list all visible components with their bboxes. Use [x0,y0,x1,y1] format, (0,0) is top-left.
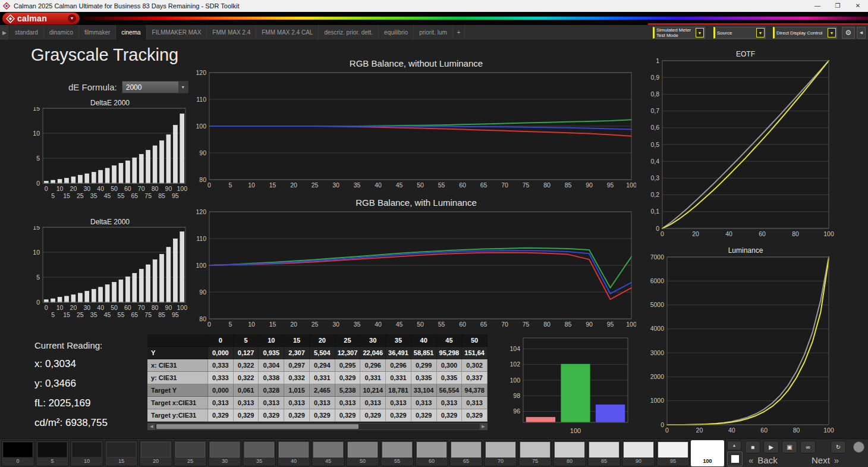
tab-filmmaker-max[interactable]: FILMMAKER MAX [147,25,207,40]
patch-button-30[interactable]: 30 [208,440,241,466]
logo-menu-chevron-icon[interactable]: ▼ [68,14,76,23]
cell: 36,491 [386,347,411,359]
patch-button-25[interactable]: 25 [174,440,207,466]
patch-button-55[interactable]: 55 [380,440,414,466]
patch-button-70[interactable]: 70 [484,440,517,466]
display-dropdown-chevron-icon[interactable]: ▼ [828,28,836,37]
patch-button-75[interactable]: 75 [518,440,552,466]
back-button[interactable]: « Back [749,453,778,466]
minimize-button[interactable]: — [807,0,828,12]
scrollbar-thumb[interactable] [156,424,358,429]
svg-text:55: 55 [118,311,125,318]
source-dropdown-chevron-icon[interactable]: ▼ [756,28,765,37]
scroll-right-arrow-icon[interactable]: ▶ [480,424,487,430]
stop-icon[interactable]: ■ [745,441,760,453]
cell: 0,329 [259,409,284,422]
calman-logo[interactable]: calman ▼ [2,12,80,24]
next-button[interactable]: Next » [812,453,839,466]
back-label: Back [757,455,777,465]
deltae-chart-2: 0510150510152025303540455055606570758085… [31,226,189,321]
svg-text:4000: 4000 [650,325,665,332]
cell: 0,313 [310,397,335,409]
patch-button-35[interactable]: 35 [243,440,276,466]
frame-icon[interactable]: ▣ [782,441,797,453]
svg-text:35: 35 [90,311,98,318]
add-tab-button[interactable]: + [453,25,465,40]
source-dropdown[interactable]: Source ▼ [713,27,766,39]
svg-text:85: 85 [158,311,165,318]
play-icon[interactable]: ▶ [763,441,779,453]
tab-descriz-prior-dett[interactable]: descriz. prior. dett. [319,25,379,40]
cell: 0,935 [259,347,284,359]
tab-cinema[interactable]: cinema [116,25,146,40]
scroll-left-arrow-icon[interactable]: ◀ [148,424,155,430]
svg-text:40: 40 [728,427,735,434]
tab-equilibrio[interactable]: equilibrio [379,25,414,40]
tab-fmm-max-2-4[interactable]: FMM MAX 2.4 [207,25,256,40]
expand-button[interactable]: ▲ [727,441,741,450]
tab-dinamico[interactable]: dinamico [44,25,79,40]
patch-swatch [106,442,136,457]
svg-text:15: 15 [63,311,70,318]
refresh-icon[interactable]: ↻ [831,441,846,453]
svg-text:100: 100 [570,427,581,434]
cell: 0,322 [234,359,259,372]
patch-button-65[interactable]: 65 [449,440,483,466]
pattern-controls: ▲ ■ ▶ ▣ ∞ ↻ « Back Next » [725,439,868,467]
status-circle-button[interactable] [853,441,864,453]
tab-filmmaker[interactable]: filmmaker [79,25,116,40]
patch-button-85[interactable]: 85 [587,440,621,466]
svg-text:80: 80 [199,315,206,322]
svg-text:100: 100 [196,262,206,269]
patch-label: 5 [36,457,68,466]
svg-text:80: 80 [152,185,159,192]
meter-dropdown-chevron-icon[interactable]: ▼ [696,28,704,37]
cell: 0,335 [437,372,463,384]
patch-button-45[interactable]: 45 [312,440,345,466]
patch-button-20[interactable]: 20 [139,440,172,466]
patch-button-10[interactable]: 10 [70,440,103,466]
collapse-panel-icon[interactable]: ◀ [857,27,866,39]
patch-button-100[interactable]: 100 [691,440,724,466]
simulated-meter-dropdown[interactable]: Simulated Meter Test Mode ▼ [653,27,705,39]
svg-text:85: 85 [565,181,572,189]
patch-button-5[interactable]: 5 [36,440,69,466]
maximize-button[interactable]: ❐ [828,0,848,12]
svg-text:100: 100 [626,321,636,328]
svg-text:5000: 5000 [650,301,665,308]
cell: 20 [310,334,335,347]
direct-display-control-dropdown[interactable]: Direct Display Control ▼ [773,27,837,39]
svg-text:0: 0 [45,185,48,192]
meter-dropdown-line2: Test Mode [656,33,695,38]
eotf-chart-title: EOTF [647,50,844,58]
svg-text:0: 0 [207,181,211,189]
close-button[interactable]: ✕ [848,0,868,12]
patch-swatch [589,442,619,457]
patch-button-60[interactable]: 60 [415,440,448,466]
cell: 0,337 [462,372,488,384]
tab-priorit-lum[interactable]: priorit. lum [414,25,453,40]
table-horizontal-scrollbar[interactable]: ◀ ▶ [147,423,488,430]
tab-scroll-button[interactable]: ▶ [0,25,10,40]
cell: 0,127 [234,347,259,359]
svg-text:55: 55 [438,181,445,189]
settings-gear-icon[interactable]: ⚙ [842,27,855,39]
patch-button-95[interactable]: 95 [656,440,690,466]
loop-icon[interactable]: ∞ [800,441,816,453]
pattern-window-button[interactable] [727,452,743,466]
tab-standard[interactable]: standard [10,25,44,40]
tab-fmm-max-2-4-cal[interactable]: FMM MAX 2.4 CAL [256,25,319,40]
svg-text:75: 75 [144,311,152,318]
svg-text:60: 60 [760,427,768,434]
svg-text:80: 80 [793,427,800,434]
patch-button-40[interactable]: 40 [277,440,310,466]
patch-button-50[interactable]: 50 [346,440,379,466]
svg-text:40: 40 [725,230,732,237]
patch-button-0[interactable]: 0 [1,440,34,466]
patch-button-90[interactable]: 90 [622,440,655,466]
svg-text:85: 85 [158,192,165,199]
patch-button-15[interactable]: 15 [105,440,138,466]
svg-text:95: 95 [172,192,179,199]
de-formula-select[interactable]: 2000 ▼ [122,81,188,93]
patch-button-80[interactable]: 80 [553,440,586,466]
